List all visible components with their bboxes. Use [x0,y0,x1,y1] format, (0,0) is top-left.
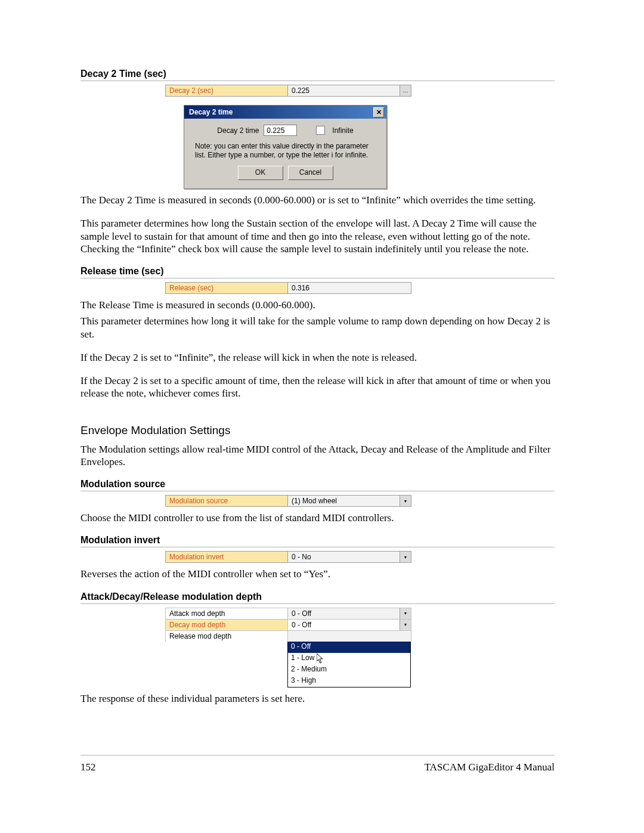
decay2-time-input[interactable] [264,125,297,136]
mouse-cursor-icon [317,654,324,664]
param-value[interactable]: 0.316 [288,283,411,293]
row-attack-mod-depth[interactable]: Attack mod depth 0 - Off ▼ [165,608,411,619]
infinite-checkbox-label: Infinite [332,126,353,135]
param-label: Attack mod depth [166,608,288,619]
svg-marker-0 [317,654,323,663]
body-text: This parameter determines how long the S… [80,217,555,255]
dialog-titlebar: Decay 2 time ✕ [184,106,386,119]
dropdown-option[interactable]: 2 - Medium [288,664,410,676]
param-label: Decay 2 (sec) [166,85,288,96]
param-value[interactable]: 0 - No [288,552,400,562]
body-text: This parameter determines how long it wi… [80,315,555,340]
dropdown-option[interactable]: 3 - High [288,676,410,687]
cancel-button[interactable]: Cancel [288,166,333,180]
heading-mod-depth: Attack/Decay/Release modulation depth [80,592,555,604]
param-value[interactable] [288,631,411,642]
body-text: The Release Time is measured in seconds … [80,299,555,311]
body-text: If the Decay 2 is set to “Infinite”, the… [80,351,555,364]
dropdown-icon[interactable]: ▼ [400,608,411,619]
param-label: Modulation source [166,496,288,506]
heading-env-mod: Envelope Modulation Settings [80,424,555,437]
param-value[interactable]: (1) Mod wheel [288,496,400,506]
param-label: Modulation invert [166,552,288,562]
param-label: Release mod depth [166,631,288,642]
dropdown-icon[interactable]: ▼ [400,552,411,562]
heading-mod-invert: Modulation invert [80,535,555,547]
book-title: TASCAM GigaEditor 4 Manual [425,761,555,773]
param-row-mod-invert[interactable]: Modulation invert 0 - No ▼ [165,551,411,563]
body-text: Reverses the action of the MIDI controll… [80,568,555,580]
dropdown-option-label: 1 - Low [291,654,314,662]
mod-depth-table: Attack mod depth 0 - Off ▼ Decay mod dep… [165,608,411,688]
page-number: 152 [80,761,96,773]
dialog-note: Note: you can enter this value directly … [195,142,376,160]
param-row-decay2[interactable]: Decay 2 (sec) 0.225 … [165,85,411,97]
decay2-dialog: Decay 2 time ✕ Decay 2 time Infinite Not… [184,105,387,189]
dialog-field-label: Decay 2 time [217,126,259,135]
mod-depth-dropdown-list[interactable]: 0 - Off 1 - Low 2 - Medium 3 - High [287,642,411,688]
param-value[interactable]: 0 - Off [288,608,400,619]
param-label: Decay mod depth [166,620,288,630]
param-label: Release (sec) [166,283,288,293]
ok-button[interactable]: OK [238,166,283,180]
param-row-mod-source[interactable]: Modulation source (1) Mod wheel ▼ [165,495,411,507]
heading-decay2: Decay 2 Time (sec) [80,69,555,81]
row-release-mod-depth[interactable]: Release mod depth [165,630,411,642]
dropdown-option[interactable]: 0 - Off [288,642,410,653]
ellipsis-button[interactable]: … [400,85,411,96]
body-text: If the Decay 2 is set to a specific amou… [80,374,555,400]
row-decay-mod-depth[interactable]: Decay mod depth 0 - Off ▼ [165,619,411,630]
dropdown-option[interactable]: 1 - Low [288,653,410,664]
param-value[interactable]: 0 - Off [288,620,400,630]
body-text: The Decay 2 Time is measured in seconds … [80,194,555,206]
close-icon[interactable]: ✕ [373,107,384,117]
dialog-title: Decay 2 time [189,108,233,116]
param-row-release[interactable]: Release (sec) 0.316 [165,282,411,294]
heading-mod-source: Modulation source [80,479,555,491]
heading-release: Release time (sec) [80,266,555,278]
param-value[interactable]: 0.225 [288,85,400,96]
infinite-checkbox[interactable] [316,126,325,135]
dropdown-icon[interactable]: ▼ [400,496,411,506]
body-text: Choose the MIDI controller to use from t… [80,512,555,524]
body-text: The response of these individual paramet… [80,692,555,705]
body-text: The Modulation settings allow real-time … [80,443,555,469]
dropdown-icon[interactable]: ▼ [400,620,411,630]
